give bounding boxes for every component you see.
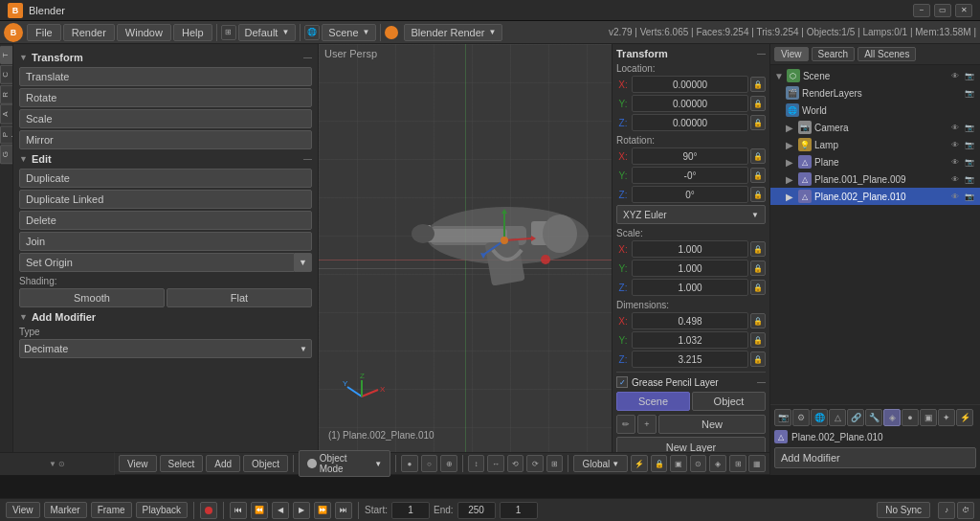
loc-y-lock[interactable]: 🔒 xyxy=(750,96,766,111)
vp-right-1[interactable]: ⊞ xyxy=(729,455,746,472)
add-modifier-btn[interactable]: Add Modifier xyxy=(774,447,976,468)
rot-y-field[interactable]: -0° xyxy=(632,167,748,184)
loc-y-field[interactable]: 0.00000 xyxy=(632,95,748,112)
tab-create[interactable]: Creat xyxy=(0,65,13,84)
tl-view-btn[interactable]: View xyxy=(6,502,40,518)
prop-particles-icon[interactable]: ✦ xyxy=(938,409,955,426)
prop-world-icon[interactable]: 🌐 xyxy=(811,409,828,426)
smooth-btn[interactable]: Smooth xyxy=(19,288,165,307)
tab-relations[interactable]: Rela xyxy=(0,85,13,104)
outliner-item-plane001[interactable]: ▶ △ Plane.001_Plane.009 👁 📷 xyxy=(770,170,980,188)
pl001-vis[interactable]: 👁 xyxy=(948,172,962,186)
tl-playback-btn[interactable]: Playback xyxy=(136,502,189,518)
sync-dropdown[interactable]: No Sync xyxy=(877,502,930,518)
select-tab-btn[interactable]: Select xyxy=(160,455,204,472)
gp-pencil-btn[interactable]: ✏ xyxy=(616,415,635,434)
layout-icon[interactable]: ⊞ xyxy=(221,25,236,40)
loc-z-lock[interactable]: 🔒 xyxy=(750,115,766,130)
tl-record-btn[interactable] xyxy=(200,502,217,519)
vp-right-2[interactable]: ▦ xyxy=(748,455,766,472)
modifier-type-dropdown[interactable]: Decimate ▼ xyxy=(19,339,312,358)
loc-x-field[interactable]: 0.00000 xyxy=(632,76,748,93)
dim-z-field[interactable]: 3.215 xyxy=(632,351,748,368)
tab-tool[interactable]: Tool xyxy=(0,46,13,64)
add-tab-btn[interactable]: Add xyxy=(206,455,240,472)
current-frame-field[interactable]: 1 xyxy=(500,502,538,519)
loc-z-field[interactable]: 0.00000 xyxy=(632,114,748,131)
panel-minimize[interactable]: — xyxy=(757,49,766,58)
rot-z-field[interactable]: 0° xyxy=(632,186,748,203)
tl-marker-btn[interactable]: Marker xyxy=(44,502,87,518)
dim-z-lock[interactable]: 🔒 xyxy=(750,351,766,367)
render-menu[interactable]: Render xyxy=(63,24,115,41)
view-tab-btn[interactable]: View xyxy=(119,455,157,472)
tl-jump-end[interactable]: ⏭ xyxy=(335,502,352,519)
lamp-render[interactable]: 📷 xyxy=(963,138,976,151)
duplicate-linked-btn[interactable]: Duplicate Linked xyxy=(19,190,312,209)
tl-play[interactable]: ▶ xyxy=(293,502,310,519)
dim-y-field[interactable]: 1.032 xyxy=(632,331,748,349)
end-frame-field[interactable]: 250 xyxy=(457,502,496,519)
gp-scene-tab[interactable]: Scene xyxy=(616,392,690,411)
viewport-btn-3[interactable]: ⊕ xyxy=(440,455,457,472)
tl-step-back[interactable]: ⏪ xyxy=(251,502,268,519)
viewport-btn-6[interactable]: ⟲ xyxy=(507,455,524,472)
dim-y-lock[interactable]: 🔒 xyxy=(750,332,766,348)
prop-scene-icon[interactable]: ⚙ xyxy=(792,409,810,426)
join-btn[interactable]: Join xyxy=(19,232,312,251)
scene-icon[interactable]: 🌐 xyxy=(304,25,320,40)
duplicate-btn[interactable]: Duplicate xyxy=(19,169,312,188)
viewport-btn-7[interactable]: ⟳ xyxy=(526,455,544,472)
prop-physics-icon[interactable]: ⚡ xyxy=(956,409,973,426)
rotate-btn[interactable]: Rotate xyxy=(19,88,312,107)
rot-x-field[interactable]: 90° xyxy=(632,147,748,165)
minimize-btn[interactable]: − xyxy=(913,4,930,17)
window-controls[interactable]: − ▭ ✕ xyxy=(913,4,972,17)
outliner-tab-all-scenes[interactable]: All Scenes xyxy=(858,47,916,61)
vp-btn-13[interactable]: ◈ xyxy=(709,455,726,472)
gp-object-tab[interactable]: Object xyxy=(692,392,766,411)
outliner-item-plane002[interactable]: ▶ △ Plane.002_Plane.010 👁 📷 xyxy=(770,188,980,205)
tab-physics[interactable]: Phy xyxy=(0,125,13,144)
rot-z-lock[interactable]: 🔒 xyxy=(750,187,766,202)
object-mode-selector[interactable]: Object Mode ▼ xyxy=(299,450,390,477)
rl-icon-btn[interactable]: 📷 xyxy=(963,86,976,100)
file-menu[interactable]: File xyxy=(27,24,61,41)
mirror-btn[interactable]: Mirror xyxy=(19,130,312,149)
renderer-selector[interactable]: Blender Render ▼ xyxy=(404,24,502,41)
tl-play-back[interactable]: ◀ xyxy=(272,502,289,519)
scale-btn[interactable]: Scale xyxy=(19,109,312,128)
tl-frame-btn[interactable]: Frame xyxy=(91,502,132,518)
restore-btn[interactable]: ▭ xyxy=(934,4,951,17)
outliner-item-plane[interactable]: ▶ △ Plane 👁 📷 xyxy=(770,153,980,170)
tl-step-fwd[interactable]: ⏩ xyxy=(314,502,331,519)
gp-new-btn[interactable]: New xyxy=(658,415,766,434)
window-menu[interactable]: Window xyxy=(117,24,171,41)
help-menu[interactable]: Help xyxy=(173,24,212,41)
scale-z-lock[interactable]: 🔒 xyxy=(750,280,766,295)
set-origin-dropdown[interactable]: ▼ xyxy=(295,253,312,272)
outliner-item-world[interactable]: 🌐 World xyxy=(770,102,980,119)
prop-object-icon[interactable]: △ xyxy=(829,409,846,426)
global-selector[interactable]: Global ▼ xyxy=(573,455,628,472)
pl002-render[interactable]: 📷 xyxy=(963,190,976,203)
rot-x-lock[interactable]: 🔒 xyxy=(750,148,766,164)
lamp-vis[interactable]: 👁 xyxy=(948,138,962,151)
start-frame-field[interactable]: 1 xyxy=(391,502,430,519)
outliner-item-camera[interactable]: ▶ 📷 Camera 👁 📷 xyxy=(770,119,980,136)
tl-jump-start[interactable]: ⏮ xyxy=(230,502,247,519)
gp-eraser-btn[interactable]: + xyxy=(637,415,657,434)
viewport-btn-5[interactable]: ↔ xyxy=(487,455,504,472)
set-origin-btn[interactable]: Set Origin xyxy=(19,253,295,272)
blender-logo[interactable]: B xyxy=(4,23,23,42)
vp-btn-9[interactable]: ⚡ xyxy=(631,455,648,472)
tl-fps-btn[interactable]: ⏱ xyxy=(957,502,974,519)
scale-x-field[interactable]: 1.000 xyxy=(632,240,748,258)
rot-y-lock[interactable]: 🔒 xyxy=(750,168,766,183)
outliner-item-renderlayers[interactable]: 🎬 RenderLayers 📷 xyxy=(770,84,980,102)
translate-btn[interactable]: Translate xyxy=(19,67,312,86)
viewport-btn-1[interactable]: ● xyxy=(401,455,418,472)
scale-y-lock[interactable]: 🔒 xyxy=(750,260,766,276)
prop-render-icon[interactable]: 📷 xyxy=(774,409,791,426)
scene-vis-btn[interactable]: 👁 xyxy=(948,69,962,82)
